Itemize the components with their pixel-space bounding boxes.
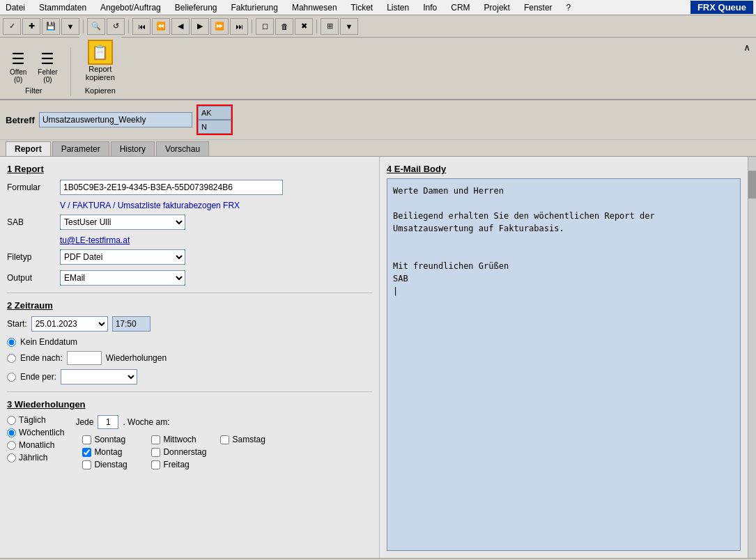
radio-jaehrlich[interactable]	[7, 453, 16, 462]
filetyp-select[interactable]: PDF Datei	[60, 249, 185, 265]
menu-help[interactable]: ?	[564, 2, 574, 13]
email-body-textarea[interactable]	[387, 178, 741, 551]
subject-input[interactable]	[39, 112, 192, 127]
formular-input[interactable]	[60, 180, 283, 195]
scroll-thumb	[748, 171, 756, 199]
right-panel-container: 4 E-Mail Body	[380, 157, 756, 558]
toolbar-square[interactable]: ◻	[256, 18, 274, 35]
menu-projekt[interactable]: Projekt	[481, 2, 513, 13]
day-freitag-check[interactable]	[151, 460, 160, 469]
toolbar-next[interactable]: ▶	[191, 18, 209, 35]
menu-fakturierung[interactable]: Fakturierung	[229, 2, 281, 13]
menu-crm[interactable]: CRM	[448, 2, 472, 13]
ende-nach-input[interactable]	[67, 351, 102, 365]
radio-kein: Kein Enddatum	[7, 337, 372, 347]
radio-nach-input[interactable]	[7, 354, 16, 363]
toolbar-refresh[interactable]: ↺	[107, 18, 125, 35]
radio-nach-label: Ende nach:	[20, 353, 63, 363]
menu-mahnwesen[interactable]: Mahnwesen	[289, 2, 340, 13]
ribbon-report-kopieren-btn[interactable]: 📋 Reportkopieren	[79, 36, 121, 85]
sab-email: tu@LE-testfirma.at	[60, 235, 372, 245]
app-title: FRX Queue	[691, 1, 753, 14]
radio-taeglich[interactable]	[7, 416, 16, 425]
section3-content: Täglich Wöchentlich Monatlich Jährlich J	[7, 415, 372, 469]
main-content: 1 Report Formular V / FAKTURA / Umsatzli…	[0, 157, 756, 558]
toolbar-save[interactable]: 💾	[42, 18, 60, 35]
day-freitag-label: Freitag	[163, 460, 189, 469]
day-sonntag-check[interactable]	[82, 435, 91, 444]
day-donnerstag-label: Donnerstag	[163, 447, 206, 457]
tab-vorschau[interactable]: Vorschau	[156, 141, 209, 156]
tab-history[interactable]: History	[111, 141, 155, 156]
menu-datei[interactable]: Datei	[3, 2, 28, 13]
toolbar-add[interactable]: ✚	[22, 18, 40, 35]
menu-listen[interactable]: Listen	[384, 2, 412, 13]
sab-row: SAB TestUser Ulli	[7, 215, 372, 230]
output-select[interactable]: EMail	[60, 270, 185, 286]
radio-per-input[interactable]	[7, 373, 16, 382]
tab-report[interactable]: Report	[6, 141, 51, 156]
subject-code2[interactable]	[198, 120, 231, 134]
days-section: Jede . Woche am: Sonntag Mittwoch	[75, 415, 275, 469]
day-dienstag-check[interactable]	[82, 460, 91, 469]
subject-row: Betreff	[0, 100, 756, 140]
day-samstag-check[interactable]	[220, 435, 229, 444]
day-montag-check[interactable]	[82, 448, 91, 457]
menu-stammdaten[interactable]: Stammdaten	[36, 2, 89, 13]
day-donnerstag-check[interactable]	[151, 448, 160, 457]
toolbar-next-next[interactable]: ⏩	[210, 18, 229, 35]
ribbon-collapse-btn[interactable]: ∧	[743, 42, 750, 53]
menu-fenster[interactable]: Fenster	[521, 2, 555, 13]
jede-input[interactable]	[98, 415, 118, 429]
radio-woechentlich-row: Wöchentlich	[7, 428, 64, 437]
start-date-select[interactable]: 25.01.2023	[31, 316, 108, 332]
toolbar: ✓ ✚ 💾 ▼ 🔍 ↺ ⏮ ⏪ ◀ ▶ ⏩ ⏭ ◻ 🗑 ✖ ⊞ ▼	[0, 15, 756, 38]
radio-woechentlich[interactable]	[7, 428, 16, 437]
menu-ticket[interactable]: Ticket	[348, 2, 376, 13]
day-montag-label: Montag	[94, 447, 122, 457]
day-empty1	[220, 447, 275, 457]
day-donnerstag: Donnerstag	[151, 447, 206, 457]
toolbar-save-dropdown[interactable]: ▼	[61, 18, 79, 35]
toolbar-grid-dropdown[interactable]: ▼	[340, 18, 358, 35]
toolbar-delete[interactable]: 🗑	[275, 18, 293, 35]
radio-monatlich-label: Monatlich	[19, 440, 54, 450]
fehler-icon: ☰	[40, 50, 54, 68]
sab-select[interactable]: TestUser Ulli	[60, 215, 185, 230]
day-samstag-label: Samstag	[232, 435, 265, 444]
menu-info[interactable]: Info	[420, 2, 440, 13]
toolbar-last[interactable]: ⏭	[230, 18, 248, 35]
toolbar-first[interactable]: ⏮	[132, 18, 151, 35]
toolbar-close[interactable]: ✖	[295, 18, 313, 35]
ribbon-offen-btn[interactable]: ☰ Offen(0)	[6, 49, 31, 85]
radio-monatlich[interactable]	[7, 441, 16, 450]
radio-per: Ende per:	[7, 369, 372, 384]
toolbar-check[interactable]: ✓	[3, 18, 21, 35]
day-mittwoch-label: Mittwoch	[163, 435, 196, 444]
ribbon-fehler-btn[interactable]: ☰ Fehler(0)	[33, 49, 61, 85]
subject-code1[interactable]	[198, 106, 231, 120]
jede-row: Jede . Woche am:	[75, 415, 275, 429]
radio-kein-input[interactable]	[7, 338, 16, 347]
radio-per-label: Ende per:	[20, 372, 56, 382]
kopieren-footer: Kopieren	[85, 86, 116, 96]
email-body-title: 4 E-Mail Body	[387, 164, 741, 174]
tab-parameter[interactable]: Parameter	[52, 141, 109, 156]
toolbar-grid[interactable]: ⊞	[321, 18, 339, 35]
menu-belieferung[interactable]: Belieferung	[172, 2, 220, 13]
filter-footer: Filter	[25, 86, 42, 96]
offen-label: Offen(0)	[10, 68, 26, 84]
ribbon: ☰ Offen(0) ☰ Fehler(0) Filter 📋 Reportko…	[0, 38, 756, 100]
day-mittwoch-check[interactable]	[151, 435, 160, 444]
output-label: Output	[7, 273, 56, 283]
output-row: Output EMail	[7, 270, 372, 286]
day-montag: Montag	[82, 447, 137, 457]
radio-jaehrlich-label: Jährlich	[19, 453, 47, 462]
toolbar-search[interactable]: 🔍	[87, 18, 105, 35]
ende-per-select[interactable]	[61, 369, 137, 384]
toolbar-prev-prev[interactable]: ⏪	[152, 18, 170, 35]
toolbar-prev[interactable]: ◀	[171, 18, 190, 35]
day-sonntag: Sonntag	[82, 435, 137, 444]
right-scrollbar[interactable]	[748, 157, 756, 558]
menu-angebot[interactable]: Angebot/Auftrag	[98, 2, 164, 13]
